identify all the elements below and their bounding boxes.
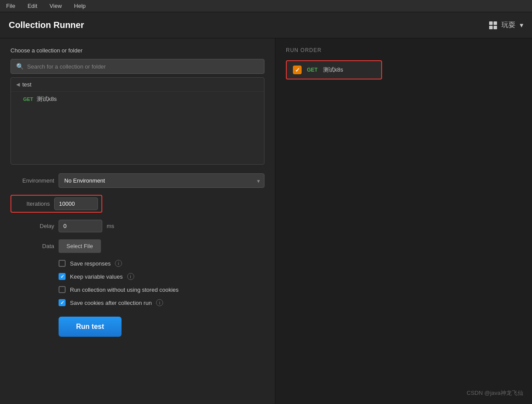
save-cookies-label: Save cookies after collection run bbox=[70, 300, 152, 306]
run-without-cookies-row: Run collection without using stored cook… bbox=[10, 286, 264, 293]
delay-label: Delay bbox=[10, 223, 54, 229]
run-test-button[interactable]: Run test bbox=[59, 317, 122, 337]
menu-edit[interactable]: Edit bbox=[25, 2, 40, 10]
watermark: CSDN @java神龙飞仙 bbox=[467, 389, 524, 397]
environment-select[interactable]: No Environment bbox=[59, 173, 264, 188]
collection-list: ◀ test GET 测试k8s bbox=[10, 77, 264, 165]
iterations-wrapper: Iterations bbox=[10, 195, 102, 213]
delay-input[interactable] bbox=[59, 220, 102, 232]
run-order-item-checkbox[interactable] bbox=[293, 66, 302, 74]
run-order-title: RUN ORDER bbox=[286, 47, 522, 53]
search-icon: 🔍 bbox=[16, 63, 24, 70]
data-row: Data Select File bbox=[10, 239, 264, 253]
save-responses-label: Save responses bbox=[70, 260, 111, 267]
run-without-cookies-label: Run collection without using stored cook… bbox=[70, 287, 179, 293]
run-order-item-name: 测试k8s bbox=[323, 66, 343, 74]
keep-variable-values-checkbox[interactable] bbox=[59, 273, 66, 280]
search-box: 🔍 bbox=[10, 59, 264, 74]
titlebar: Collection Runner 玩耍 ▾ bbox=[0, 12, 532, 38]
workspace-name[interactable]: 玩耍 bbox=[501, 21, 515, 30]
item-name: 测试k8s bbox=[37, 95, 57, 103]
save-cookies-checkbox[interactable] bbox=[59, 299, 66, 306]
iterations-label: Iterations bbox=[15, 200, 50, 207]
delay-row: Delay ms bbox=[10, 220, 264, 232]
iterations-input[interactable] bbox=[54, 197, 98, 210]
environment-label: Environment bbox=[10, 177, 54, 184]
workspace-grid-icon[interactable] bbox=[489, 21, 497, 29]
save-responses-row: Save responses i bbox=[10, 260, 264, 267]
method-badge: GET bbox=[23, 97, 33, 102]
save-responses-info-icon[interactable]: i bbox=[115, 260, 122, 267]
menu-help[interactable]: Help bbox=[71, 2, 88, 10]
collection-section-title: Choose a collection or folder bbox=[10, 47, 264, 54]
menu-view[interactable]: View bbox=[47, 2, 64, 10]
folder-name: test bbox=[22, 81, 31, 88]
keep-variable-values-label: Keep variable values bbox=[70, 273, 123, 280]
save-cookies-info-icon[interactable]: i bbox=[156, 299, 163, 306]
folder-arrow-icon: ◀ bbox=[16, 82, 20, 87]
search-input[interactable] bbox=[27, 63, 259, 70]
left-panel: Choose a collection or folder 🔍 ◀ test G… bbox=[0, 38, 275, 404]
run-without-cookies-checkbox[interactable] bbox=[59, 286, 66, 293]
main-layout: Choose a collection or folder 🔍 ◀ test G… bbox=[0, 38, 532, 404]
right-panel: RUN ORDER GET 测试k8s bbox=[275, 38, 532, 404]
keep-variable-values-row: Keep variable values i bbox=[10, 273, 264, 280]
iterations-row: Iterations bbox=[10, 195, 264, 213]
environment-row: Environment No Environment ▾ bbox=[10, 173, 264, 188]
save-responses-checkbox[interactable] bbox=[59, 260, 66, 267]
environment-select-wrapper: No Environment ▾ bbox=[59, 173, 264, 188]
collection-folder[interactable]: ◀ test bbox=[11, 78, 264, 92]
run-order-item[interactable]: GET 测试k8s bbox=[286, 60, 382, 79]
save-cookies-row: Save cookies after collection run i bbox=[10, 299, 264, 306]
delay-unit: ms bbox=[107, 223, 114, 229]
select-file-button[interactable]: Select File bbox=[59, 239, 101, 253]
data-label: Data bbox=[10, 243, 54, 249]
menu-file[interactable]: File bbox=[3, 2, 18, 10]
workspace-chevron-icon[interactable]: ▾ bbox=[520, 21, 523, 29]
menubar: File Edit View Help bbox=[0, 0, 532, 12]
run-order-item-method: GET bbox=[307, 67, 318, 73]
page-title: Collection Runner bbox=[9, 20, 84, 30]
keep-variable-values-info-icon[interactable]: i bbox=[127, 273, 134, 280]
collection-item[interactable]: GET 测试k8s bbox=[11, 92, 264, 107]
workspace-controls: 玩耍 ▾ bbox=[489, 21, 523, 30]
